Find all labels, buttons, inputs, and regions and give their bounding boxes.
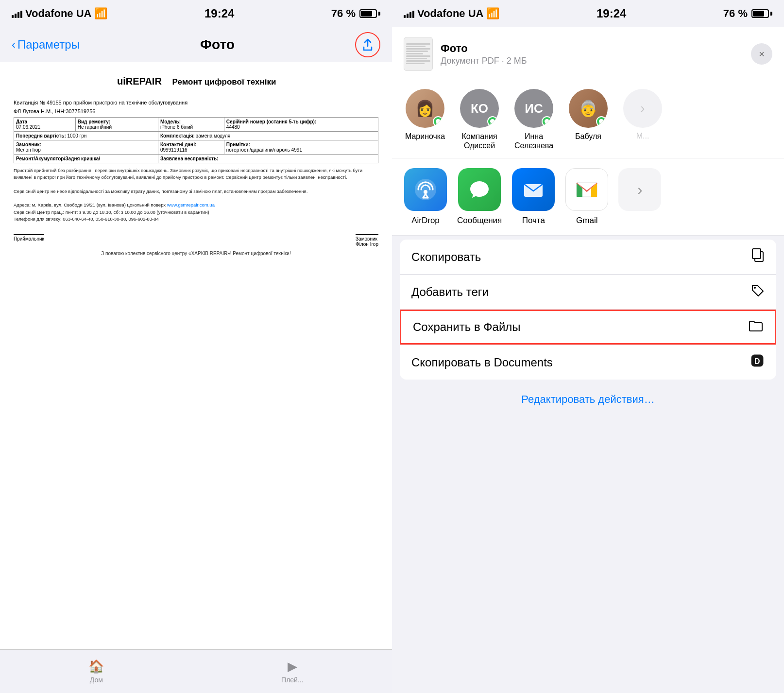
tab-home-label: Дом [90, 676, 103, 684]
action-copy-documents[interactable]: Скопировать в Documents D [400, 345, 776, 380]
avatar-inna: ИС [514, 89, 553, 128]
back-button[interactable]: ‹ Параметры [12, 38, 80, 52]
app-messages[interactable]: Сообщения [457, 168, 502, 225]
app-gmail[interactable]: Gmail [565, 168, 609, 225]
mail-svg-icon [521, 177, 545, 202]
share-doc-thumbnail [404, 37, 433, 71]
actions-list: Скопировать Добавить теги [392, 236, 784, 693]
airdrop-icon [404, 168, 447, 211]
action-tags-label: Добавить теги [411, 285, 489, 299]
battery-percent-left: 76 % [331, 7, 356, 20]
doc-bottom-text: З повагою колектив сервісного центру «ХА… [14, 251, 378, 256]
document-area: uiREPAIR Ремонт цифрової техніки Квитанц… [0, 62, 392, 649]
messages-svg-icon [467, 177, 492, 202]
tab-home[interactable]: 🏠 Дом [88, 659, 104, 684]
message-icon3 [544, 119, 550, 124]
carrier-right: Vodafone UA [417, 7, 483, 20]
mail-label: Почта [522, 216, 545, 225]
avatar-marinocka: 👩 [406, 89, 444, 128]
contact-label-marinocka: Мариночка [405, 132, 445, 141]
svg-text:uiREPAIR: uiREPAIR [117, 76, 162, 87]
doc-cell: Ремонт/Акумулятор/Задня кришка/ [14, 155, 158, 163]
message-icon4 [598, 119, 604, 124]
action-save-files-label: Сохранить в Файлы [413, 320, 521, 334]
tag-icon [751, 284, 765, 301]
action-copy-docs-label: Скопировать в Documents [411, 356, 553, 369]
status-right-left-items: Vodafone UA 📶 [404, 7, 499, 20]
doc-title: Ремонт цифрової техніки [172, 77, 276, 87]
copy-svg-icon [751, 248, 765, 262]
home-icon: 🏠 [88, 659, 104, 674]
svg-rect-9 [752, 249, 761, 259]
doc-logo: uiREPAIR [116, 74, 165, 90]
back-label: Параметры [17, 38, 80, 52]
airdrop-svg-icon [413, 177, 438, 202]
battery-percent-right: 76 % [723, 7, 748, 20]
edit-actions[interactable]: Редактировать действия… [392, 383, 784, 416]
doc-cell: Вид ремонту:Не гарантійний [75, 118, 158, 132]
status-left: Vodafone UA 📶 [12, 7, 107, 20]
action-copy-label: Скопировать [411, 250, 481, 264]
apps-scroll: AirDrop Сообщения Поч [392, 168, 784, 225]
battery-icon-right [751, 9, 772, 18]
share-doc-info: Фото Документ PDF · 2 МБ [441, 42, 743, 66]
more-apps-icon: › [618, 168, 661, 211]
doc-header: uiREPAIR Ремонт цифрової техніки [14, 74, 378, 94]
doc-cell: Дата07.06.2021 [14, 118, 76, 132]
doc-cell: Замовник:Мелон Ігор [14, 140, 158, 155]
tab-play-label: Плей... [281, 676, 304, 684]
time-right: 19:24 [597, 7, 626, 20]
contact-babula[interactable]: 👵 Бабуля [567, 89, 610, 150]
message-icon2 [490, 119, 495, 124]
contact-marinocka[interactable]: 👩 Мариночка [404, 89, 446, 150]
doc-cell: Попередня вартість: 1000 грн [14, 132, 158, 140]
close-icon: × [759, 49, 765, 60]
messages-icon [458, 168, 501, 211]
edit-actions-label: Редактировать действия… [521, 393, 654, 405]
svg-text:D: D [754, 357, 760, 365]
share-button[interactable] [355, 32, 380, 57]
action-add-tags[interactable]: Добавить теги [400, 275, 776, 310]
tab-play[interactable]: ▶ Плей... [281, 659, 304, 684]
app-airdrop[interactable]: AirDrop [404, 168, 447, 225]
gmail-svg-icon [575, 177, 599, 202]
chevron-left-icon: ‹ [12, 38, 16, 52]
nav-bar-left: ‹ Параметры Фото [0, 27, 392, 62]
contact-inna[interactable]: ИС Инна Селезнева [512, 89, 555, 150]
airdrop-label: AirDrop [411, 216, 440, 225]
gmail-label: Gmail [576, 216, 597, 225]
doc-owner-line: ФЛ Лугова Н.М., ІНН:3077519256 [14, 108, 378, 114]
message-icon [435, 119, 441, 124]
doc-table: Дата07.06.2021 Вид ремонту:Не гарантійни… [14, 117, 378, 163]
docs-svg-icon: D [750, 353, 765, 368]
contact-kompania[interactable]: КО Компания Одиссей [458, 89, 501, 150]
action-copy[interactable]: Скопировать [400, 240, 776, 275]
document-paper: uiREPAIR Ремонт цифрової техніки Квитанц… [0, 62, 392, 649]
doc-cell: Заявлена несправність: [158, 155, 378, 163]
contact-label-babula: Бабуля [575, 132, 601, 141]
contacts-scroll: 👩 Мариночка КО [392, 89, 784, 150]
battery-icon-left [359, 9, 380, 18]
app-mail[interactable]: Почта [511, 168, 555, 225]
wifi-icon-right: 📶 [486, 7, 499, 20]
contacts-row: 👩 Мариночка КО [392, 79, 784, 158]
message-badge-inna [542, 116, 552, 127]
more-apps: › [618, 168, 661, 225]
apps-row: AirDrop Сообщения Поч [392, 158, 784, 236]
doc-cell: Комплектація: замена модуля [158, 132, 378, 140]
left-panel: Vodafone UA 📶 19:24 76 % ‹ Параметры Фот… [0, 0, 392, 693]
action-group-1: Скопировать Добавить теги [400, 240, 776, 380]
avatar-kompania: КО [460, 89, 499, 128]
svg-point-10 [754, 287, 756, 289]
share-close-button[interactable]: × [751, 43, 772, 65]
signal-icon-right [404, 9, 414, 18]
carrier-left: Vodafone UA [25, 7, 91, 20]
documents-icon: D [750, 353, 765, 371]
repair-logo-svg: uiREPAIR [116, 74, 165, 87]
doc-signature-area: Приймальник Замовник Філон Ігор [14, 226, 378, 247]
contact-label-inna: Инна Селезнева [512, 132, 555, 150]
tag-svg-icon [751, 284, 765, 297]
share-doc-meta: Документ PDF · 2 МБ [441, 56, 743, 66]
share-header: Фото Документ PDF · 2 МБ × [392, 27, 784, 79]
action-save-files[interactable]: Сохранить в Файлы [400, 310, 776, 345]
